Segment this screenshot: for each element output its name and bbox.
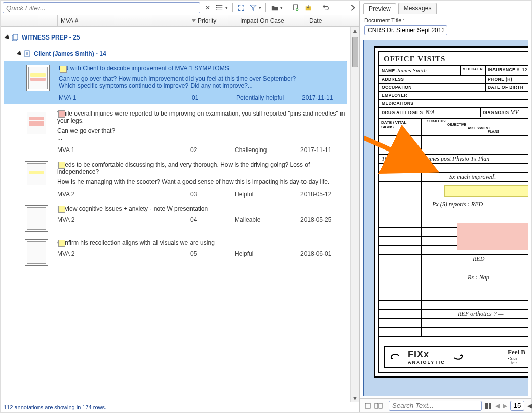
vertical-scrollbar[interactable]: ▲ ▼ <box>350 27 359 402</box>
prev-result-icon[interactable]: ◀ <box>527 401 532 410</box>
col-blank[interactable] <box>1 15 58 26</box>
annotation-title: Needs to be comfortable discussing this,… <box>57 161 345 175</box>
group-label: WITNESS PREP - 25 <box>22 34 80 41</box>
flag-icon[interactable] <box>58 240 65 247</box>
flag-icon[interactable] <box>60 66 67 73</box>
tab-messages[interactable]: Messages <box>398 3 437 14</box>
find-icon[interactable] <box>485 401 492 410</box>
footer-ad: FIXx ANXIOLYTIC Feel B • Sidehair <box>384 346 528 368</box>
flag-icon[interactable] <box>58 162 65 169</box>
svg-rect-10 <box>25 51 29 57</box>
annotation-row[interactable]: F/U with Client to describe improvement … <box>4 61 347 104</box>
page-thumbnail[interactable] <box>25 110 48 136</box>
col-priority[interactable]: Priority <box>188 15 237 26</box>
preview-bottom-bar: ◀ ▶ ◀ <box>360 398 531 412</box>
doc-title-label: Document Title : <box>364 17 405 23</box>
collapse-triangle-icon[interactable] <box>17 51 23 57</box>
page-thumbnail[interactable] <box>25 161 48 187</box>
prev-page-icon[interactable]: ◀ <box>495 401 500 410</box>
svg-rect-3 <box>216 5 217 6</box>
svg-rect-5 <box>216 10 217 10</box>
annotation-meta: MVA 204Malleable2018-05-25 <box>57 216 345 223</box>
svg-rect-9 <box>13 34 18 40</box>
dropdown-caret-icon[interactable]: ▾ <box>225 5 228 10</box>
import-icon[interactable] <box>303 3 313 12</box>
scroll-up-icon[interactable]: ▲ <box>351 27 359 35</box>
svg-rect-14 <box>365 403 370 408</box>
annotation-body: How is he managing with the scooter? Wan… <box>57 178 345 185</box>
annotation-body: Can we go over that? How much improvemen… <box>59 75 343 89</box>
highlight-yellow <box>444 185 528 197</box>
tab-preview[interactable]: Preview <box>363 3 396 14</box>
group-label: Client (James Smith) - 14 <box>34 50 106 57</box>
preview-search-input[interactable] <box>389 401 482 411</box>
annotation-title: While overall injuries were reported to … <box>57 110 345 124</box>
page-thumbnail[interactable] <box>26 65 50 91</box>
folder-icon[interactable] <box>270 3 279 12</box>
col-date[interactable]: Date <box>306 15 341 26</box>
annotation-list: WITNESS PREP - 25 Client (James Smith) -… <box>1 27 359 402</box>
filter-funnel-icon[interactable] <box>249 3 258 12</box>
two-page-icon[interactable] <box>374 401 383 410</box>
preview-tabs: Preview Messages <box>360 1 531 14</box>
dropdown-caret-icon[interactable]: ▾ <box>259 5 261 10</box>
new-note-icon[interactable] <box>291 3 300 12</box>
flag-icon[interactable] <box>58 110 65 118</box>
undo-icon[interactable] <box>321 3 330 12</box>
column-headers: MVA # Priority Impact On Case Date <box>1 15 359 27</box>
annotation-body: Can we go over that? ... <box>57 127 345 141</box>
preview-panel: Preview Messages Document Title : OFFICE… <box>360 1 531 412</box>
annotation-row[interactable]: While overall injuries were reported to … <box>1 106 350 157</box>
svg-rect-16 <box>379 403 382 408</box>
group-client[interactable]: Client (James Smith) - 14 <box>1 43 350 59</box>
page-thumbnail[interactable] <box>25 239 48 266</box>
flag-icon[interactable] <box>58 206 65 213</box>
expand-icon[interactable] <box>237 3 246 12</box>
svg-rect-18 <box>489 403 491 409</box>
svg-rect-4 <box>216 7 217 8</box>
annotation-title: Review cognitive issues + anxiety - note… <box>57 205 345 212</box>
recycle-arrow-icon <box>452 353 464 361</box>
next-page-icon[interactable]: ▶ <box>503 401 507 410</box>
dropdown-caret-icon[interactable]: ▾ <box>280 5 283 10</box>
annotation-row[interactable]: Confirm his recollection aligns with all… <box>1 235 350 269</box>
group-root[interactable]: WITNESS PREP - 25 <box>1 27 350 43</box>
annotation-meta: MVA 101Potentially helpful2017-11-11 <box>59 94 343 101</box>
page-thumbnail[interactable] <box>25 205 48 232</box>
annotations-toolbar: ✕ ▾ ▾ ▾ <box>1 1 359 15</box>
status-bar: 112 annotations are showing in 174 rows. <box>1 402 359 412</box>
annotation-meta: MVA 205Helpful2018-06-01 <box>57 250 345 257</box>
date-vital-header: DATE / VITAL SIGNS <box>379 119 422 135</box>
single-page-icon[interactable] <box>364 401 371 410</box>
list-view-icon[interactable] <box>215 3 224 12</box>
quick-filter-input[interactable] <box>3 2 200 13</box>
annotation-title: Confirm his recollection aligns with all… <box>57 239 345 246</box>
annotation-row[interactable]: Needs to be comfortable discussing this,… <box>1 157 350 201</box>
document-icon <box>24 50 31 57</box>
annotation-meta: MVA 102Challenging2017-11-11 <box>57 146 345 154</box>
document-stack-icon <box>12 34 19 41</box>
highlight-pink <box>457 223 528 250</box>
annotation-row[interactable]: Review cognitive issues + anxiety - note… <box>1 201 350 235</box>
preview-viewport[interactable]: OFFICE VISITS NAME James Smith MEDICAL R… <box>363 40 528 396</box>
col-impact[interactable]: Impact On Case <box>237 15 306 26</box>
doc-title-input[interactable] <box>364 25 447 35</box>
col-mva[interactable]: MVA # <box>58 15 188 26</box>
preview-page: OFFICE VISITS NAME James Smith MEDICAL R… <box>374 46 528 378</box>
annotations-panel: ✕ ▾ ▾ ▾ <box>1 1 360 412</box>
recycle-arrow-icon <box>390 353 401 361</box>
svg-rect-17 <box>485 403 488 409</box>
svg-rect-15 <box>375 403 378 408</box>
scroll-down-icon[interactable]: ▼ <box>351 394 359 402</box>
page-number-input[interactable] <box>510 401 524 411</box>
next-page-icon[interactable] <box>348 3 357 12</box>
form-header: OFFICE VISITS <box>379 52 528 66</box>
clear-filter-icon[interactable]: ✕ <box>203 3 212 12</box>
annotation-meta: MVA 203Helpful2018-05-12 <box>57 191 345 198</box>
annotation-title: F/U with Client to describe improvement … <box>59 65 343 72</box>
scroll-thumb[interactable] <box>352 37 358 67</box>
collapse-triangle-icon[interactable] <box>5 34 11 41</box>
